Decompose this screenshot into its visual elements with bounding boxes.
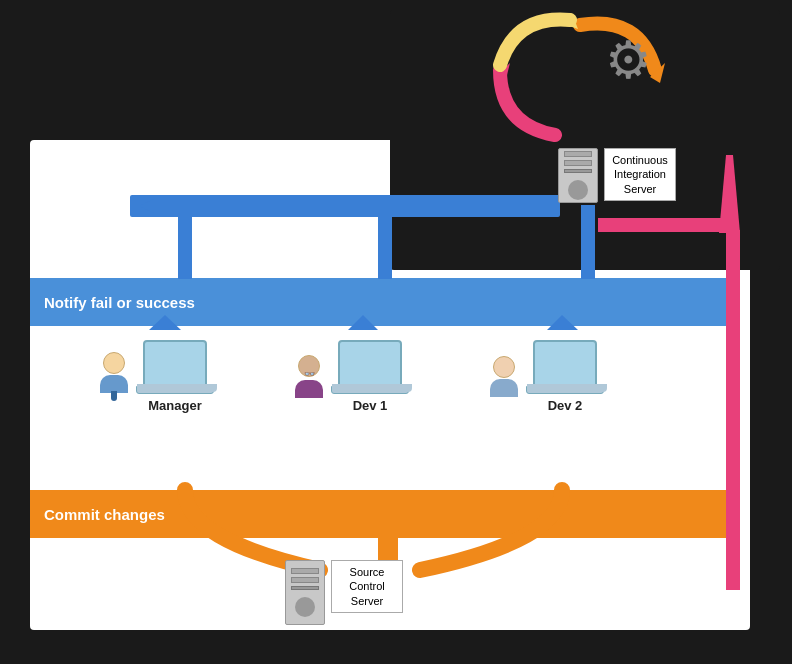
ci-server-label-text: Continuous Integration Server [612,154,668,195]
dev1-label: Dev 1 [353,398,388,413]
dev1-glasses: 👓 [296,369,322,379]
source-drive-1 [291,568,319,574]
manager-laptop [143,340,207,386]
source-server-box: Source Control Server [285,560,403,625]
dev1-body [295,380,323,398]
dev1-avatar: 👓 [295,355,323,398]
manager-head [103,352,125,374]
commit-band: Commit changes [30,490,730,538]
dev1-laptop [338,340,402,386]
dev2-station: Dev 2 [490,340,604,413]
notify-text: Notify fail or success [44,294,195,311]
ci-server-box: Continuous Integration Server [558,148,676,203]
dev2-laptop-group: Dev 2 [526,340,604,413]
manager-laptop-group: Manager [136,340,214,413]
notify-band: Notify fail or success [30,278,730,326]
ci-server-tower [558,148,598,203]
gear-icon: ⚙ [605,30,652,90]
manager-avatar [100,352,128,401]
commit-text: Commit changes [44,506,165,523]
dev2-avatar [490,356,518,397]
ci-server-label: Continuous Integration Server [604,148,676,201]
dev2-head [493,356,515,378]
manager-tie [111,391,117,401]
manager-label: Manager [148,398,201,413]
source-server-tower [285,560,325,625]
source-drive-slot [291,586,319,590]
dev1-station: 👓 Dev 1 [295,340,409,413]
dev2-body [490,379,518,397]
dev2-laptop [533,340,597,386]
source-server-label-text: Source Control Server [349,566,384,607]
dev1-laptop-group: Dev 1 [331,340,409,413]
server-drive-slot [564,169,592,173]
source-server-disk [295,597,315,617]
source-server-label-box: Source Control Server [331,560,403,613]
server-drive-1 [564,151,592,157]
dev2-label: Dev 2 [548,398,583,413]
server-drive-2 [564,160,592,166]
manager-station: Manager [100,340,214,413]
source-drive-2 [291,577,319,583]
diagram-container: ⚙ Continuous Integration Server Notify f… [0,0,792,664]
